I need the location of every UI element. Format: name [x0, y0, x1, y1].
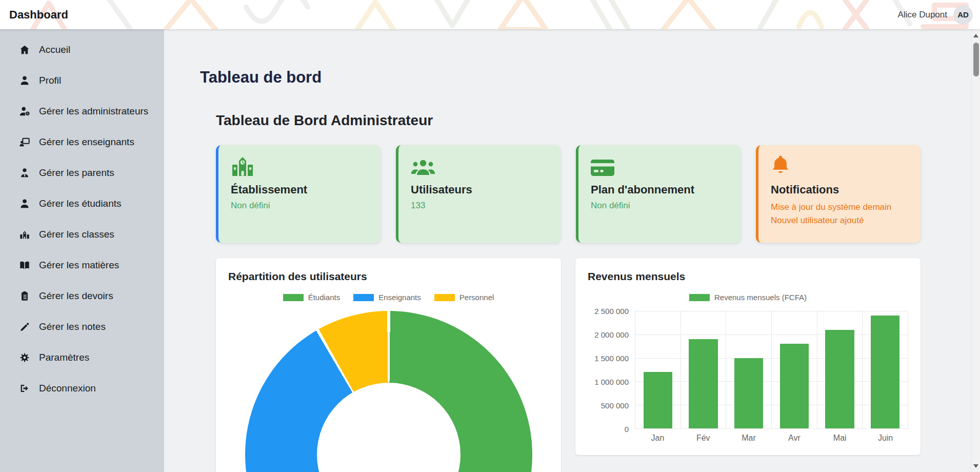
- book-open-icon: [18, 259, 31, 271]
- bar-chart: 2 500 0002 000 0001 500 0001 000 000500 …: [588, 311, 908, 429]
- card-abonnement: Plan d'abonnement Non défini: [576, 145, 741, 243]
- card-value: 133: [411, 201, 548, 211]
- charts-row: Répartition des utilisateurs ÉtudiantsEn…: [216, 258, 921, 472]
- legend-swatch: [283, 294, 304, 301]
- revenue-card: Revenus mensuels Revenus mensuels (FCFA)…: [575, 258, 921, 455]
- pencil-icon: [18, 321, 31, 333]
- legend-item[interactable]: Revenus mensuels (FCFA): [689, 293, 807, 302]
- bar: [689, 339, 717, 428]
- sidebar-item-accueil[interactable]: Accueil: [0, 34, 164, 65]
- card-title: Utilisateurs: [411, 183, 548, 196]
- school-icon: [231, 155, 368, 176]
- bar: [644, 372, 672, 428]
- navbar: Dashboard Alice Dupont AD: [0, 0, 980, 29]
- sidebar-item-etudiants[interactable]: Gérer les étudiants: [0, 188, 164, 219]
- sidebar-item-matieres[interactable]: Gérer les matières: [0, 250, 164, 281]
- bar-x-labels: JanFévMarAvrMaiJuin: [635, 429, 908, 443]
- page-title: Tableau de bord: [200, 68, 921, 87]
- sidebar-item-label: Gérer les enseignants: [39, 136, 134, 148]
- sidebar-item-notes[interactable]: Gérer les notes: [0, 311, 164, 342]
- sidebar-item-label: Accueil: [39, 44, 70, 55]
- legend-label: Enseignants: [378, 293, 421, 302]
- user-name[interactable]: Alice Dupont: [898, 10, 947, 20]
- chalkboard-user-icon: [18, 136, 31, 148]
- sidebar-item-devoirs[interactable]: Gérer les devoirs: [0, 281, 164, 311]
- sidebar-item-parametres[interactable]: Paramètres: [0, 342, 164, 373]
- sidebar-item-label: Déconnexion: [39, 383, 96, 394]
- legend-item[interactable]: Personnel: [434, 293, 494, 302]
- y-tick-label: 2 000 000: [594, 330, 629, 339]
- sidebar-item-classes[interactable]: Gérer les classes: [0, 219, 164, 250]
- legend-label: Revenus mensuels (FCFA): [714, 293, 807, 302]
- y-tick-label: 500 000: [601, 401, 629, 410]
- legend-label: Étudiants: [308, 293, 341, 302]
- y-tick-label: 1 500 000: [594, 354, 629, 363]
- y-tick-label: 0: [625, 425, 629, 434]
- sidebar-item-label: Gérer les administrateurs: [39, 106, 148, 117]
- chart-title: Répartition des utilisateurs: [228, 270, 549, 283]
- bar-y-axis: 2 500 0002 000 0001 500 0001 000 000500 …: [588, 311, 635, 429]
- up-triangle-icon: [973, 34, 978, 37]
- sidebar-item-profil[interactable]: Profil: [0, 65, 164, 96]
- bell-icon: [771, 155, 908, 176]
- x-tick-label: Juin: [863, 434, 908, 443]
- sidebar-item-enseignants[interactable]: Gérer les enseignants: [0, 127, 164, 158]
- legend-label: Personnel: [459, 293, 494, 302]
- main-content: Tableau de bord Tableau de Bord Administ…: [164, 29, 971, 472]
- sidebar-menu: Accueil Profil Gérer les administrateurs…: [0, 34, 164, 404]
- legend-item[interactable]: Étudiants: [283, 293, 341, 302]
- user-gear-icon: [18, 105, 31, 117]
- user-graduate-icon: [18, 198, 31, 210]
- decorative-doodle-pattern: [0, 0, 980, 29]
- bar: [780, 344, 809, 428]
- sidebar-item-parents[interactable]: Gérer les parents: [0, 158, 164, 188]
- sidebar-item-label: Gérer les étudiants: [39, 198, 122, 209]
- section-title: Tableau de Bord Administrateur: [216, 112, 921, 129]
- sidebar: Accueil Profil Gérer les administrateurs…: [0, 29, 164, 472]
- sidebar-item-label: Gérer les parents: [39, 167, 114, 179]
- clipboard-list-icon: [18, 290, 31, 302]
- bar-cell: [681, 311, 727, 428]
- scrollbar[interactable]: [971, 29, 980, 472]
- x-tick-label: Jan: [635, 434, 681, 443]
- legend-swatch: [353, 294, 374, 301]
- app-title[interactable]: Dashboard: [9, 8, 68, 22]
- card-title: Notifications: [771, 183, 908, 196]
- donut-hole: [317, 383, 461, 472]
- scrollbar-up-arrow[interactable]: [972, 31, 980, 40]
- sidebar-item-label: Gérer les classes: [39, 229, 114, 240]
- users-icon: [411, 155, 548, 176]
- down-triangle-icon: [973, 464, 978, 468]
- sidebar-item-label: Gérer les devoirs: [39, 290, 113, 302]
- card-value: Non défini: [591, 201, 728, 211]
- notification-line: Nouvel utilisateur ajouté: [771, 214, 908, 227]
- sign-out-icon: [18, 382, 31, 395]
- credit-card-icon: [591, 155, 728, 176]
- bar-cell: [817, 311, 863, 428]
- gridline: [635, 428, 908, 429]
- sidebar-item-label: Gérer les notes: [39, 321, 106, 332]
- bar-cell: [772, 311, 817, 428]
- legend-swatch: [689, 294, 710, 301]
- gear-icon: [18, 351, 31, 364]
- bar: [734, 358, 763, 428]
- avatar[interactable]: AD: [953, 5, 973, 25]
- legend-item[interactable]: Enseignants: [353, 293, 421, 302]
- scrollbar-down-arrow[interactable]: [972, 462, 980, 470]
- sidebar-item-label: Gérer les matières: [39, 260, 119, 271]
- x-tick-label: Fév: [681, 434, 726, 443]
- bar-cell: [726, 311, 772, 428]
- card-title: Plan d'abonnement: [591, 183, 728, 196]
- chart-title: Revenus mensuels: [588, 270, 908, 283]
- school-icon: [18, 228, 31, 241]
- y-tick-label: 2 500 000: [594, 307, 629, 316]
- x-tick-label: Mai: [817, 434, 863, 443]
- scrollbar-thumb[interactable]: [973, 43, 979, 76]
- users-distribution-card: Répartition des utilisateurs ÉtudiantsEn…: [216, 258, 561, 472]
- nav-user-area: Alice Dupont AD: [898, 5, 973, 25]
- sidebar-item-administrateurs[interactable]: Gérer les administrateurs: [0, 96, 164, 127]
- sidebar-item-label: Profil: [39, 75, 61, 86]
- sidebar-item-deconnexion[interactable]: Déconnexion: [0, 373, 164, 404]
- y-tick-label: 1 000 000: [594, 378, 629, 386]
- x-tick-label: Avr: [771, 434, 817, 443]
